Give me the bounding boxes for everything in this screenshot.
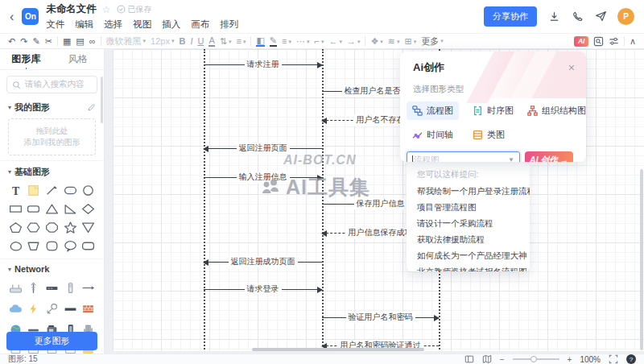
triangle-shape[interactable] — [43, 201, 61, 217]
section-basic-shapes[interactable]: ▾ 基础图形 — [0, 161, 104, 180]
roundrect2-shape[interactable] — [79, 238, 97, 254]
diamond-shape[interactable] — [79, 201, 97, 217]
blob-shape[interactable] — [6, 238, 25, 254]
inv-triangle-shape[interactable] — [79, 220, 97, 235]
insert-frame-icon[interactable]: ▦ — [63, 37, 71, 46]
send-icon[interactable] — [594, 10, 607, 23]
sequence-message[interactable]: 输入注册信息 — [204, 177, 322, 178]
font-size-select[interactable]: 12px▾ — [151, 36, 174, 46]
font-family-select[interactable]: 微软雅黑▾ — [106, 35, 147, 48]
tab-shape-library[interactable]: 图形库 — [0, 49, 52, 69]
message-label[interactable]: 用户名不存在 — [354, 114, 407, 126]
roundrect-shape[interactable] — [25, 201, 43, 217]
pentagon-shape[interactable] — [6, 220, 25, 235]
octagon-shape[interactable] — [43, 220, 61, 235]
pen-shape[interactable] — [43, 183, 61, 198]
shape-search-input[interactable]: 请输入搜索内容 — [6, 76, 97, 93]
line-width-icon[interactable]: ≡▾ — [282, 37, 291, 46]
download-icon[interactable] — [547, 10, 560, 23]
find-replace-icon[interactable] — [593, 36, 604, 47]
more-button[interactable]: 更多▾ — [421, 35, 444, 48]
help-button[interactable]: ? — [626, 354, 636, 364]
message-label[interactable]: 返回注册成功页面 — [229, 256, 298, 267]
ai-button[interactable]: AI — [574, 36, 588, 47]
suggestion-item[interactable]: 帮我绘制一个用户登录注册流程 — [407, 184, 530, 200]
message-label[interactable]: 用户信息保存成功 — [346, 227, 415, 238]
line-height-icon[interactable]: ⇅▾ — [220, 37, 232, 46]
firewall-icon[interactable] — [79, 300, 97, 317]
zoom-in-icon[interactable]: + — [568, 355, 572, 364]
message-label[interactable]: 输入注册信息 — [237, 172, 290, 183]
connector-type-icon[interactable]: ⌐▾ — [314, 37, 324, 46]
ai-prompt-input[interactable]: 流程图 ▼ — [407, 151, 520, 162]
suggestion-item[interactable]: 项目管理流程图 — [407, 200, 530, 216]
format-painter-icon[interactable]: ✎ — [32, 37, 39, 46]
message-label[interactable]: 保存用户信息 — [354, 198, 407, 209]
app-logo[interactable]: On — [22, 8, 39, 25]
sliders-icon[interactable] — [609, 36, 619, 47]
close-icon[interactable]: × — [568, 62, 575, 73]
fill-color-icon[interactable]: ◧ — [256, 36, 264, 47]
cable-icon[interactable] — [79, 279, 97, 296]
menu-item-画布[interactable]: 画布 — [191, 19, 209, 31]
undo-icon[interactable]: ↶ — [8, 37, 15, 46]
section-my-shapes[interactable]: ▾ 我的图形 — [0, 97, 104, 116]
phone-icon[interactable] — [571, 10, 584, 23]
suggestion-item[interactable]: 获取法律援助流程 — [407, 232, 530, 248]
menu-item-选择[interactable]: 选择 — [104, 19, 122, 31]
server-icon[interactable] — [61, 279, 80, 296]
suggestion-item[interactable]: 如何成长为一个产品经理大神 — [407, 248, 530, 264]
back-icon[interactable]: ‹ — [10, 10, 14, 23]
ai-create-button[interactable]: AI 创作 → — [525, 151, 573, 162]
type-chip-seq[interactable]: 时序图 — [467, 101, 519, 120]
menu-item-编辑[interactable]: 编辑 — [75, 19, 93, 31]
section-network[interactable]: ▾ Network — [0, 259, 104, 276]
collapse-toolbar-icon[interactable]: ∧ — [630, 37, 636, 46]
antenna-icon[interactable] — [25, 279, 43, 296]
symbol-library-icon[interactable]: ❖▾ — [370, 37, 382, 46]
doc-title[interactable]: 未命名文件 — [46, 2, 97, 16]
menu-item-插入[interactable]: 插入 — [162, 19, 180, 31]
align-objects-icon[interactable]: ≋▾ — [388, 37, 400, 46]
menu-item-文件[interactable]: 文件 — [46, 19, 64, 31]
message-label[interactable]: 验证用户名和密码 — [346, 312, 415, 323]
right-triangle-shape[interactable] — [61, 201, 80, 217]
sequence-message[interactable]: 请求登录 — [204, 289, 322, 290]
suggestion-item[interactable]: 北京教师资格考试报名流程图 — [407, 264, 530, 271]
hexagon-shape[interactable] — [25, 220, 43, 235]
type-chip-class[interactable]: 类图 — [467, 126, 510, 144]
avatar[interactable]: P — [617, 8, 634, 25]
trapezoid-shape[interactable] — [25, 238, 43, 254]
sequence-message[interactable]: 请求注册 — [204, 64, 322, 65]
sequence-message[interactable]: 返回注册页面 — [204, 148, 322, 149]
lifeline-1[interactable] — [204, 49, 205, 350]
horizontal-scrollbar[interactable] — [252, 348, 424, 351]
stroke-color-icon[interactable]: ✎ — [270, 36, 277, 47]
my-shapes-dropzone[interactable]: 拖到此处 添加到我的图形 — [8, 118, 96, 155]
cloud-icon[interactable] — [6, 300, 25, 317]
suggestion-item[interactable]: 请设计一个采购流程 — [407, 216, 530, 232]
zoom-slider[interactable] — [513, 358, 559, 360]
callout-shape[interactable] — [61, 238, 80, 254]
sequence-message[interactable]: 用户名和密码验证通过 — [322, 345, 439, 346]
rect-shape[interactable] — [6, 201, 25, 217]
minimap-icon[interactable] — [482, 354, 492, 364]
chevron-down-icon[interactable]: ▼ — [508, 156, 514, 162]
page-layout-icon[interactable] — [464, 354, 474, 364]
zoom-level[interactable]: 100% — [580, 355, 601, 364]
type-chip-flow[interactable]: 流程图 — [407, 101, 459, 120]
sidebar-scrollbar[interactable] — [101, 77, 103, 123]
menu-item-视图[interactable]: 视图 — [133, 19, 151, 31]
menu-item-排列[interactable]: 排列 — [220, 19, 238, 31]
star-shape[interactable] — [61, 220, 80, 235]
message-label[interactable]: 请求注册 — [245, 59, 282, 70]
more-shapes-button[interactable]: 更多图形 — [6, 332, 97, 350]
fullscreen-icon[interactable] — [609, 354, 618, 364]
message-label[interactable]: 请求登录 — [245, 283, 282, 295]
insert-image-icon[interactable]: ▤ — [76, 37, 84, 46]
arrow-start-icon[interactable]: ←▾ — [328, 37, 342, 46]
line-dash-icon[interactable]: ⋯▾ — [296, 37, 310, 46]
zoom-slider-knob[interactable] — [530, 356, 537, 362]
satellite-icon[interactable] — [43, 300, 61, 317]
circle-shape[interactable] — [79, 183, 97, 198]
